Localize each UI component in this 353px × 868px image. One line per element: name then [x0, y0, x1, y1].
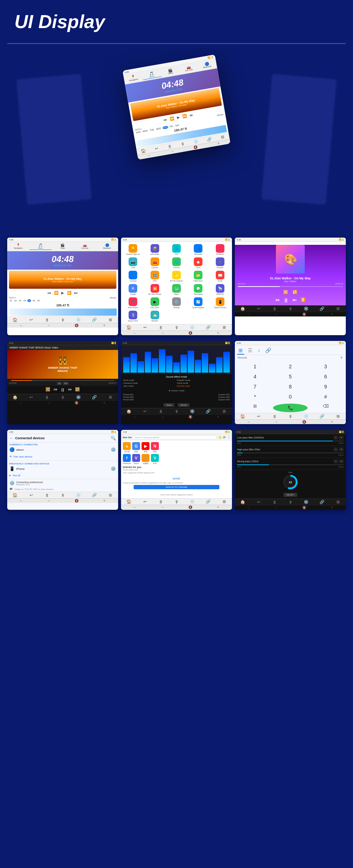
card9-highpass-minus[interactable]: − — [334, 448, 338, 451]
card1-bar-back[interactable]: ← — [7, 324, 35, 327]
card9-lowpass-minus[interactable]: − — [334, 436, 338, 440]
card9-bar-back[interactable]: ← — [235, 506, 263, 509]
hero-rewind-btn[interactable]: ⏪ — [169, 116, 174, 121]
card4-eq-icon[interactable]: 🎚 — [39, 395, 55, 400]
card8-site-news[interactable]: N 资讯 — [151, 442, 159, 453]
card9-lowpass-plus[interactable]: + — [339, 436, 344, 440]
card6-bar-back[interactable]: ← — [235, 420, 263, 424]
card4-bar-plus[interactable]: + — [90, 401, 118, 405]
card8-signin-btn[interactable]: SIGN IN TO CHROME — [134, 485, 219, 489]
card8-site-google[interactable]: G 谷歌 — [132, 442, 140, 453]
card1-rewind[interactable]: ⏪ — [54, 291, 58, 295]
app-contacts[interactable]: 👤 Contacts — [122, 270, 143, 283]
card3-home-icon[interactable]: 🏠 — [235, 306, 251, 311]
app-esfileexplorer[interactable]: 📁 ES File Explorer — [166, 270, 187, 283]
card1-nav-music[interactable]: 🎵Music — [30, 243, 52, 250]
card6-connect-icon[interactable]: 🔗 — [314, 414, 330, 419]
card7-home-icon[interactable]: 🏠 — [7, 493, 23, 498]
card8-ac-icon[interactable]: ❄️ — [184, 499, 200, 504]
card4-ac-icon[interactable]: ❄️ — [71, 395, 86, 400]
card9-lowpass-slider[interactable] — [237, 441, 344, 441]
card9-highpass-slider[interactable] — [237, 453, 344, 453]
card8-home-icon[interactable]: 🏠 — [121, 499, 137, 504]
card5-mode-classical[interactable]: Classical mode — [123, 382, 176, 384]
card7-ac-icon[interactable]: ❄️ — [71, 493, 86, 498]
card5-bar-plus[interactable]: + — [204, 415, 232, 419]
card7-pair-row[interactable]: + Pair new device — [7, 453, 118, 460]
card6-backspace-icon[interactable]: ⌫ — [308, 404, 343, 412]
card5-mode-jazz[interactable]: Jazz mode — [123, 385, 176, 387]
card4-controls[interactable]: 🔀 ⏮ ⏸ ⏭ 🔁 — [7, 386, 118, 394]
card1-nav-video[interactable]: 🎬Video — [52, 243, 74, 250]
card7-eq-icon[interactable]: 🎚 — [39, 493, 55, 498]
card5-mode-popular[interactable]: Popular mode — [177, 379, 230, 381]
card5-preset2[interactable]: Preset 002 — [123, 396, 134, 398]
card9-eq-icon[interactable]: 🎚 — [267, 500, 282, 504]
card4-next-btn[interactable]: ⏭ — [68, 387, 72, 393]
card8-mic-icon[interactable]: 🎙 — [169, 500, 184, 504]
card6-key-1[interactable]: 1 — [238, 362, 272, 371]
card5-mode-vocal[interactable]: Vocal mode — [177, 382, 230, 384]
card8-bar-plus[interactable]: + — [204, 505, 232, 509]
card7-prefs-row[interactable]: ⚙️ Connection preferences Bluetooth, NFC — [7, 480, 118, 486]
card7-mic-icon[interactable]: 🎙 — [55, 493, 71, 498]
card4-mic-icon[interactable]: 🎙 — [55, 395, 71, 400]
card2-connect-icon[interactable]: 🔗 — [200, 325, 216, 330]
card6-tab-music[interactable]: ♪ — [256, 347, 262, 355]
card8-eq-icon[interactable]: 🎚 — [153, 500, 169, 504]
card8-site-shopping[interactable]: 🛒 免费购 — [142, 454, 149, 464]
card3-progress[interactable] — [238, 286, 343, 287]
card5-connect-icon[interactable]: 🔗 — [200, 409, 216, 414]
card8-search-bar[interactable]: Search or type web address — [133, 435, 217, 440]
card6-back-icon[interactable]: ↩ — [251, 414, 267, 419]
app-console[interactable]: 🎮 Console — [210, 257, 231, 269]
card5-back-icon[interactable]: ↩ — [137, 409, 153, 414]
card2-grid-icon[interactable]: ⊞ — [216, 325, 232, 330]
card3-bar-mute[interactable]: 🔇 — [290, 312, 318, 316]
card5-preset1[interactable]: Preset 001 — [123, 393, 134, 396]
card7-iphone-settings-icon[interactable]: ⚙️ — [111, 466, 116, 471]
card5-bar-back[interactable]: ← — [121, 415, 149, 419]
card1-connect-icon[interactable]: 🔗 — [86, 318, 102, 322]
card4-bar-mute[interactable]: 🔇 — [63, 401, 90, 405]
card5-ac-icon[interactable]: ❄️ — [184, 409, 200, 414]
card5-grid-icon[interactable]: ⊞ — [216, 409, 232, 414]
card3-bar-plus[interactable]: + — [318, 312, 346, 316]
card9-gain-knob[interactable]: 12 — [283, 475, 298, 489]
card6-bar-mute[interactable]: 🔇 — [290, 420, 318, 424]
card6-ac-icon[interactable]: ❄️ — [298, 414, 314, 419]
card5-preset3[interactable]: Preset 003 — [123, 399, 134, 401]
app-airit[interactable]: 🌀 AirIt — [166, 243, 187, 256]
card6-key-4[interactable]: 4 — [238, 372, 272, 381]
card7-back-icon[interactable]: ↩ — [23, 493, 39, 498]
card6-tab-grid[interactable]: ⊞ — [237, 347, 244, 355]
card5-custom2[interactable]: Custom 002 — [218, 396, 230, 398]
app-settings[interactable]: ⚙️ Settings — [166, 297, 187, 309]
card9-back-icon[interactable]: ↩ — [251, 500, 267, 504]
app-musicplayer[interactable]: 🎵 Music Player — [122, 297, 143, 309]
card9-ac-icon[interactable]: ❄️ — [298, 500, 314, 504]
card1-back-icon[interactable]: ↩ — [23, 318, 39, 322]
card9-bar-plus[interactable]: + — [318, 506, 346, 509]
app-ambientlight[interactable]: 💡 Ambient Light set — [122, 243, 143, 256]
card1-mic-icon[interactable]: 🎙 — [55, 318, 71, 322]
app-filebrowser[interactable]: 📂 Filebrowser — [188, 270, 209, 283]
card4-prev-btn[interactable]: ⏮ — [53, 387, 57, 393]
card2-home-icon[interactable]: 🏠 — [121, 325, 137, 330]
hero-prev-btn[interactable]: ⏮ — [163, 117, 167, 122]
card4-back-icon[interactable]: ↩ — [23, 395, 39, 400]
card6-key-2[interactable]: 2 — [273, 362, 308, 371]
card8-more-icon[interactable]: ⋮ — [227, 436, 230, 439]
card2-bar-mute[interactable]: 🔇 — [176, 331, 204, 335]
card4-home-icon[interactable]: 🏠 — [7, 395, 23, 400]
card9-reset-btn[interactable]: RESET — [283, 493, 297, 497]
card2-eq-icon[interactable]: 🎚 — [153, 325, 169, 330]
card8-site-venus[interactable]: V Venus — [132, 454, 140, 464]
card8-bookmark-icon[interactable]: ⭐ — [218, 436, 222, 439]
card2-mic-icon[interactable]: 🎙 — [169, 325, 184, 330]
card2-back-icon[interactable]: ↩ — [137, 325, 153, 330]
card5-home-icon[interactable]: 🏠 — [121, 409, 137, 414]
card7-bar-mute[interactable]: 🔇 — [63, 499, 90, 503]
card3-connect-icon[interactable]: 🔗 — [314, 306, 330, 311]
card1-play[interactable]: ▶ — [61, 291, 64, 295]
